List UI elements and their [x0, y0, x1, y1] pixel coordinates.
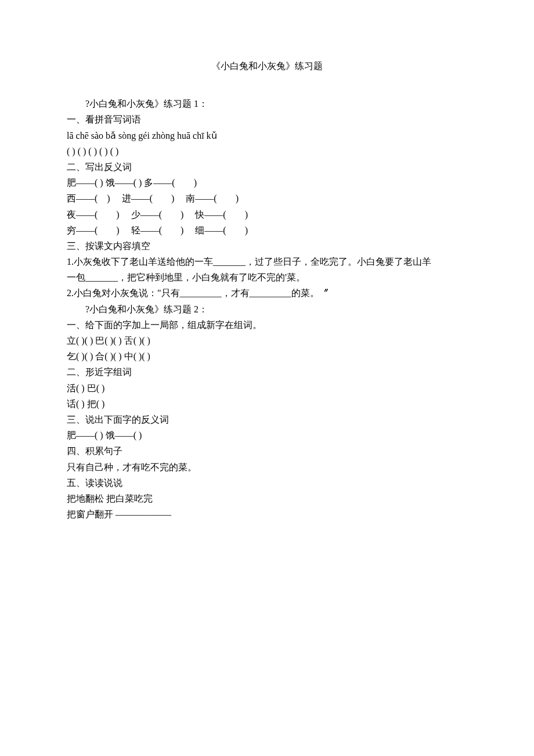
body-line: 二、写出反义词	[67, 159, 467, 175]
body-line: 一包_______，把它种到地里，小白兔就有了吃不完的'菜。	[67, 269, 467, 285]
body-line: 西——( ) 进——( ) 南——( )	[67, 190, 467, 206]
body-line: ( ) ( ) ( ) ( ) ( )	[67, 143, 467, 159]
body-line: 五、读读说说	[67, 475, 467, 491]
body-line: 把窗户翻开 ——————	[67, 506, 467, 522]
body-line: 1.小灰兔收下了老山羊送给他的一车_______，过了些日子，全吃完了。小白兔要…	[67, 254, 467, 269]
body-line: ?小白兔和小灰兔》练习题 1：	[67, 96, 467, 111]
body-line: 一、看拼音写词语	[67, 111, 467, 127]
document-body: ?小白兔和小灰兔》练习题 1：一、看拼音写词语lā chē sào bǎ sòn…	[67, 96, 467, 522]
body-line: 话( ) 把( )	[67, 396, 467, 412]
body-line: ?小白兔和小灰兔》练习题 2：	[67, 301, 467, 317]
body-line: 2.小白兔对小灰兔说："只有_________，才有_________的菜。〞	[67, 285, 467, 301]
body-line: 一、给下面的字加上一局部，组成新字在组词。	[67, 317, 467, 333]
body-line: 穷——( ) 轻——( ) 细——( )	[67, 222, 467, 238]
body-line: 立( )( ) 巴( )( ) 舌( )( )	[67, 333, 467, 348]
body-line: lā chē sào bǎ sòng géi zhòng huā chī kǔ	[67, 128, 467, 143]
body-line: 四、积累句子	[67, 443, 467, 459]
document-title: 《小白兔和小灰兔》练习题	[67, 58, 467, 74]
body-line: 三、按课文内容填空	[67, 238, 467, 254]
body-line: 三、说出下面字的反义词	[67, 412, 467, 427]
body-line: 二、形近字组词	[67, 364, 467, 380]
body-line: 肥——( ) 饿——( )	[67, 427, 467, 443]
body-line: 活( ) 巴( )	[67, 380, 467, 396]
body-line: 把地翻松 把白菜吃完	[67, 491, 467, 506]
body-line: 只有自己种，才有吃不完的菜。	[67, 459, 467, 475]
body-line: 夜——( ) 少——( ) 快——( )	[67, 207, 467, 222]
body-line: 乞( )( ) 合( )( ) 中( )( )	[67, 348, 467, 364]
document-page: 《小白兔和小灰兔》练习题 ?小白兔和小灰兔》练习题 1：一、看拼音写词语lā c…	[0, 0, 534, 756]
body-line: 肥——( ) 饿——( ) 多——( )	[67, 175, 467, 190]
